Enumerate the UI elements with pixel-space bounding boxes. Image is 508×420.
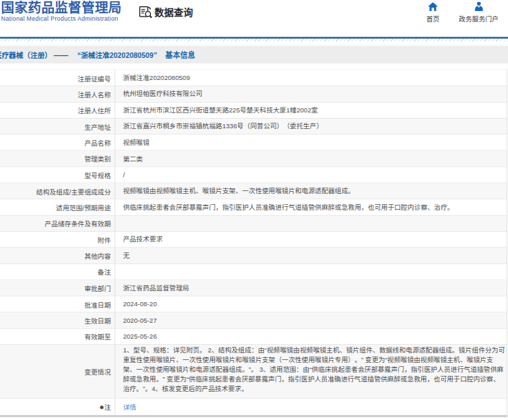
row-value: 浙械注准20202080509 xyxy=(115,73,507,83)
row-label: 型号规格 xyxy=(0,167,115,183)
row-value: / xyxy=(115,170,507,179)
breadcrumb-bar: 医疗器械（注册） —— “浙械注准20202080509” 基本信息 xyxy=(0,46,508,63)
row-value: 第二类 xyxy=(115,154,507,163)
detail-table: 注册证编号浙械注准20202080509注册人名称杭州坦帕医疗科技有限公司注册人… xyxy=(0,70,507,417)
table-row: 适用范围/预期用途供临床挑起患者会厌部暴露声门，指引医护人员准确进行气道插管供麻… xyxy=(0,199,507,215)
nav-home[interactable]: 首页 xyxy=(426,1,439,23)
row-label: 变更情况 xyxy=(0,345,115,399)
document-search-icon xyxy=(138,6,153,19)
table-row: 产品储存条件及有效期 xyxy=(0,216,507,232)
row-value: 浙江省杭州市滨江区西兴街道楚天路225号楚天科技大厦1幢2002室 xyxy=(115,106,507,115)
table-row: ●注详情 xyxy=(0,399,507,414)
row-value: 浙江省药品监督管理局 xyxy=(115,283,507,292)
table-row: 有效期至2025-05-26 xyxy=(0,329,507,345)
row-label: ●注 xyxy=(0,399,115,414)
row-value: 2024-08-20 xyxy=(115,299,507,309)
row-value: 无 xyxy=(115,251,507,261)
nav-portal-label: 政务服务门户 xyxy=(459,14,499,23)
bullet-icon: ● xyxy=(99,402,104,412)
detail-link[interactable]: 详情 xyxy=(123,403,136,411)
row-label: 产品名称 xyxy=(0,134,115,150)
table-row: 备注 xyxy=(0,264,507,280)
row-label: 生产地址 xyxy=(0,119,115,134)
row-label: 适用范围/预期用途 xyxy=(0,199,115,215)
table-row: 产品名称视频喉镜 xyxy=(0,134,507,150)
row-label: 产品储存条件及有效期 xyxy=(0,216,115,232)
breadcrumb-category: 医疗器械（注册） xyxy=(0,51,52,59)
row-value: 产品技术要求 xyxy=(115,234,507,244)
row-label: 注册人名称 xyxy=(0,86,115,102)
table-row: 生产地址浙江省嘉兴市桐乡市崇福镇杭福路1336号（同普公司）（委托生产） xyxy=(0,119,507,134)
page: 国家药品监督管理局 National Medical Products Admi… xyxy=(0,0,508,417)
row-label: 注册人住所 xyxy=(0,102,115,118)
breadcrumb-separator: —— xyxy=(54,51,68,59)
data-search-heading[interactable]: 数据查询 xyxy=(138,5,193,19)
row-value: 视频喉镜由视频喉镜主机、喉镜片支架、一次性使用喉镜片和电源适配器组成。 xyxy=(115,186,507,196)
table-row: 审批部门浙江省药品监督管理局 xyxy=(0,280,507,296)
person-icon xyxy=(474,1,484,11)
row-value: 2025-05-26 xyxy=(115,332,507,341)
breadcrumb-registration-no: “浙械注准20202080509” xyxy=(77,51,157,59)
site-title-en: National Medical Products Administration xyxy=(1,15,122,22)
table-row: 批准日期2024-08-20 xyxy=(0,297,507,312)
row-label: 审批部门 xyxy=(0,280,115,296)
row-value: 杭州坦帕医疗科技有限公司 xyxy=(115,89,507,99)
home-icon xyxy=(428,1,438,11)
breadcrumb: 医疗器械（注册） —— “浙械注准20202080509” 基本信息 xyxy=(0,49,195,60)
row-label: 注册证编号 xyxy=(0,70,115,86)
nav-portal[interactable]: 政务服务门户 xyxy=(459,1,499,23)
data-search-title: 数据查询 xyxy=(154,5,193,19)
row-label: 附件 xyxy=(0,232,115,248)
row-label: 管理类别 xyxy=(0,151,115,167)
table-row: 附件产品技术要求 xyxy=(0,232,507,248)
row-label: 结构及组成/主要组成成分 xyxy=(0,183,115,199)
row-value: 视频喉镜 xyxy=(115,137,507,147)
gap xyxy=(0,63,508,70)
table-row: 其他内容无 xyxy=(0,248,507,263)
row-label: 备注 xyxy=(0,264,115,280)
row-value: 1、型号、规格：详见附页。 2、结构及组成：由“视频喉镜由视频喉镜主机、镜片组件… xyxy=(115,345,507,399)
row-label: 有效期至 xyxy=(0,329,115,345)
table-row: 型号规格/ xyxy=(0,167,507,183)
row-label: 批准日期 xyxy=(0,297,115,312)
table-row: 管理类别第二类 xyxy=(0,151,507,167)
nav-home-label: 首页 xyxy=(426,14,439,23)
breadcrumb-page-name: 基本信息 xyxy=(165,51,195,59)
row-value: 2020-05-27 xyxy=(115,315,507,325)
row-label: 生效日期 xyxy=(0,312,115,328)
row-value: 供临床挑起患者会厌部暴露声门，指引医护人员准确进行气道插管供麻醉或急救用，也可用… xyxy=(115,202,507,212)
row-value: 详情 xyxy=(115,402,507,412)
table-row: 生效日期2020-05-27 xyxy=(0,312,507,328)
table-row: 变更情况1、型号、规格：详见附页。 2、结构及组成：由“视频喉镜由视频喉镜主机、… xyxy=(0,345,507,399)
table-row: 注册证编号浙械注准20202080509 xyxy=(0,70,507,86)
site-header: 国家药品监督管理局 National Medical Products Admi… xyxy=(0,0,508,37)
table-row: 注册人住所浙江省杭州市滨江区西兴街道楚天路225号楚天科技大厦1幢2002室 xyxy=(0,102,507,118)
table-row: 注册人名称杭州坦帕医疗科技有限公司 xyxy=(0,86,507,102)
site-title-cn: 国家药品监督管理局 xyxy=(1,1,122,15)
row-value: 浙江省嘉兴市桐乡市崇福镇杭福路1336号（同普公司）（委托生产） xyxy=(115,121,507,131)
table-row: 结构及组成/主要组成成分视频喉镜由视频喉镜主机、喉镜片支架、一次性使用喉镜片和电… xyxy=(0,183,507,199)
site-logo[interactable]: 国家药品监督管理局 National Medical Products Admi… xyxy=(1,1,122,22)
row-label: 其他内容 xyxy=(0,248,115,263)
